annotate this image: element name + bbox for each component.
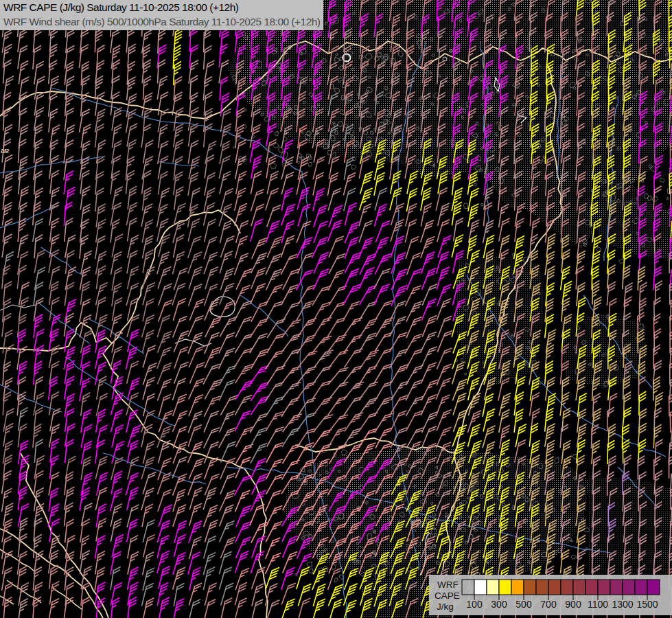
svg-text:CAPE: CAPE [435,591,460,601]
svg-text:WRF: WRF [437,580,459,590]
svg-text:1500: 1500 [636,599,658,610]
svg-text:700: 700 [540,599,557,610]
svg-text:500: 500 [515,599,532,610]
svg-text:900: 900 [565,599,581,610]
svg-text:aɐ: aɐ [1,146,9,154]
svg-text:WRF CAPE (J/kg) Saturday 11-10: WRF CAPE (J/kg) Saturday 11-10-2025 18:0… [3,1,239,13]
svg-text:J/kg: J/kg [437,602,454,612]
svg-text:1300: 1300 [612,599,633,610]
svg-text:300: 300 [491,599,507,610]
svg-text:WRF Wind shear (m/s) 500/1000h: WRF Wind shear (m/s) 500/1000hPa Saturda… [3,16,321,27]
svg-text:1100: 1100 [588,599,608,610]
svg-text:100: 100 [466,599,483,610]
